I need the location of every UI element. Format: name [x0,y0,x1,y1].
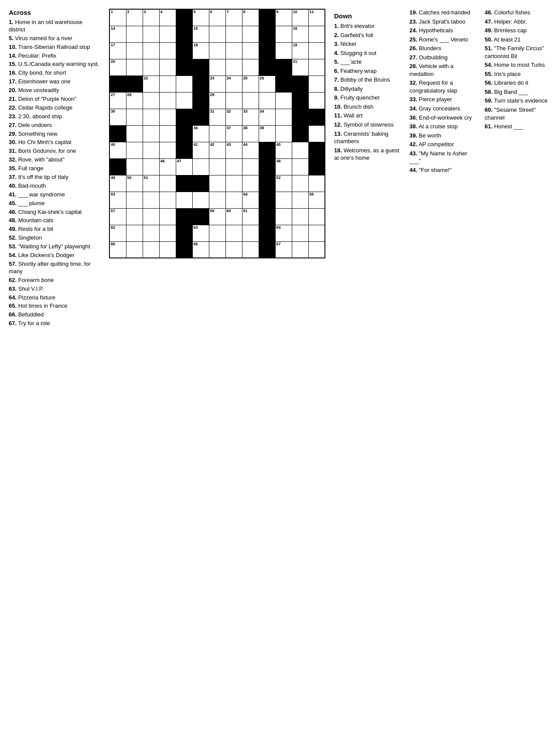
cell-14-8[interactable] [242,241,259,258]
cell-5-7[interactable] [225,92,242,109]
cell-2-12[interactable] [308,42,325,59]
cell-12-12[interactable] [308,208,325,225]
cell-6-6[interactable]: 31 [209,109,225,125]
cell-13-5[interactable]: 63 [192,225,209,241]
cell-11-12[interactable]: 55 [308,192,325,208]
cell-7-10[interactable] [275,125,292,142]
cell-14-6[interactable] [209,241,225,258]
cell-11-10[interactable] [275,192,292,208]
cell-3-7[interactable] [225,59,242,76]
cell-12-2[interactable] [143,208,159,225]
cell-9-4[interactable]: 47 [176,158,192,175]
cell-5-3[interactable] [159,92,176,109]
cell-4-2[interactable]: 22 [143,76,159,92]
cell-13-10[interactable]: 64 [275,225,292,241]
cell-2-10[interactable] [275,42,292,59]
cell-0-7[interactable]: 7 [225,9,242,26]
cell-8-7[interactable]: 43 [225,142,242,158]
cell-7-9[interactable]: 39 [259,125,275,142]
cell-7-5[interactable]: 36 [192,125,209,142]
cell-13-3[interactable] [159,225,176,241]
cell-1-3[interactable] [159,26,176,42]
cell-3-3[interactable] [159,59,176,76]
cell-9-11[interactable] [292,158,308,175]
cell-3-11[interactable]: 21 [292,59,308,76]
cell-1-5[interactable]: 15 [192,26,209,42]
cell-12-6[interactable]: 59 [209,208,225,225]
cell-2-3[interactable] [159,42,176,59]
cell-10-2[interactable]: 51 [143,175,159,192]
cell-0-0[interactable]: 1 [109,9,126,26]
cell-0-1[interactable]: 2 [126,9,143,26]
cell-6-7[interactable]: 32 [225,109,242,125]
cell-2-6[interactable] [209,42,225,59]
cell-3-6[interactable] [209,59,225,76]
cell-9-5[interactable] [192,158,209,175]
cell-1-11[interactable]: 16 [292,26,308,42]
cell-14-5[interactable]: 66 [192,241,209,258]
cell-13-7[interactable] [225,225,242,241]
cell-2-1[interactable] [126,42,143,59]
cell-5-2[interactable] [143,92,159,109]
cell-7-1[interactable] [126,125,143,142]
cell-2-0[interactable]: 17 [109,42,126,59]
cell-8-11[interactable] [292,142,308,158]
cell-11-4[interactable] [176,192,192,208]
cell-12-11[interactable] [292,208,308,225]
cell-14-7[interactable] [225,241,242,258]
cell-12-0[interactable]: 57 [109,208,126,225]
cell-11-6[interactable] [209,192,225,208]
cell-6-3[interactable] [159,109,176,125]
cell-11-3[interactable] [159,192,176,208]
cell-6-2[interactable] [143,109,159,125]
cell-0-6[interactable]: 6 [209,9,225,26]
cell-11-11[interactable] [292,192,308,208]
cell-7-2[interactable] [143,125,159,142]
cell-10-1[interactable]: 50 [126,175,143,192]
cell-10-7[interactable] [225,175,242,192]
cell-5-9[interactable] [259,92,275,109]
cell-1-2[interactable] [143,26,159,42]
cell-12-3[interactable] [159,208,176,225]
cell-14-0[interactable]: 65 [109,241,126,258]
cell-11-7[interactable] [225,192,242,208]
cell-9-1[interactable] [126,158,143,175]
cell-14-11[interactable] [292,241,308,258]
cell-9-10[interactable]: 48 [275,158,292,175]
cell-4-8[interactable]: 25 [242,76,259,92]
cell-9-7[interactable] [225,158,242,175]
cell-5-4[interactable] [176,92,192,109]
cell-6-0[interactable]: 30 [109,109,126,125]
cell-14-12[interactable] [308,241,325,258]
cell-4-9[interactable]: 26 [259,76,275,92]
cell-4-12[interactable] [308,76,325,92]
cell-4-3[interactable] [159,76,176,92]
cell-8-8[interactable]: 44 [242,142,259,158]
cell-11-0[interactable]: 53 [109,192,126,208]
cell-12-7[interactable]: 60 [225,208,242,225]
cell-7-6[interactable] [209,125,225,142]
cell-3-0[interactable]: 20 [109,59,126,76]
cell-13-11[interactable] [292,225,308,241]
cell-6-8[interactable]: 33 [242,109,259,125]
cell-0-3[interactable]: 4 [159,9,176,26]
cell-1-7[interactable] [225,26,242,42]
cell-8-0[interactable]: 40 [109,142,126,158]
cell-3-1[interactable] [126,59,143,76]
cell-0-12[interactable]: 11 [308,9,325,26]
cell-10-10[interactable]: 52 [275,175,292,192]
cell-0-8[interactable]: 8 [242,9,259,26]
cell-8-2[interactable] [143,142,159,158]
cell-7-7[interactable]: 37 [225,125,242,142]
cell-10-8[interactable] [242,175,259,192]
cell-11-5[interactable] [192,192,209,208]
cell-2-8[interactable] [242,42,259,59]
cell-14-1[interactable] [126,241,143,258]
cell-5-1[interactable]: 28 [126,92,143,109]
cell-5-6[interactable]: 29 [209,92,225,109]
cell-14-2[interactable] [143,241,159,258]
cell-11-2[interactable] [143,192,159,208]
cell-4-7[interactable]: 24 [225,76,242,92]
cell-9-8[interactable] [242,158,259,175]
cell-8-5[interactable]: 41 [192,142,209,158]
